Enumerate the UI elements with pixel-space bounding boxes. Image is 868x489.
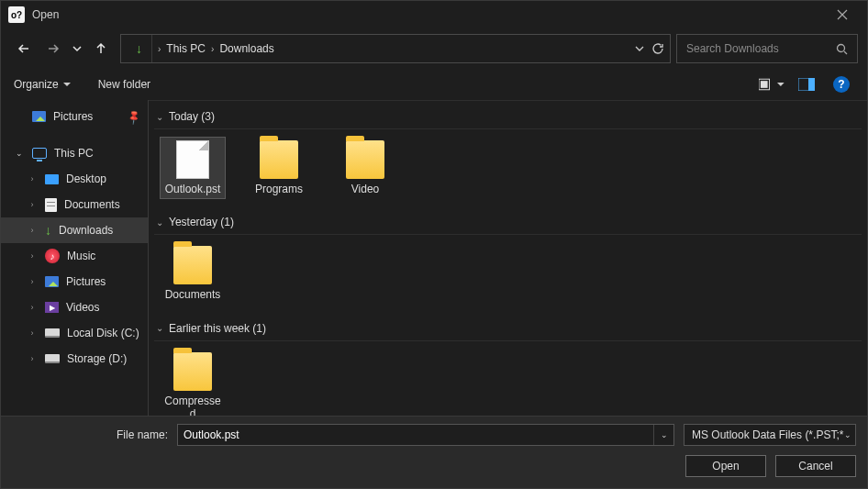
file-item[interactable]: Video [332, 137, 398, 199]
sidebar-item-desktop[interactable]: › Desktop [1, 166, 148, 192]
caret-down-icon [777, 81, 785, 88]
breadcrumb-this-pc[interactable]: This PC [166, 42, 206, 55]
chevron-right-icon: › [27, 174, 38, 183]
svg-rect-2 [761, 81, 768, 88]
sidebar-item-documents[interactable]: › Documents [1, 192, 148, 217]
folder-icon [173, 352, 212, 391]
group-header-yesterday[interactable]: ⌄ Yesterday (1) [154, 212, 862, 235]
titlebar: o? Open [1, 1, 867, 28]
sidebar-this-pc[interactable]: ⌄ This PC [1, 140, 148, 166]
search-box[interactable] [676, 34, 858, 63]
help-button[interactable]: ? [829, 73, 854, 95]
filename-dropdown[interactable]: ⌄ [653, 425, 673, 445]
pin-icon: 📌 [125, 108, 142, 126]
preview-pane-icon [798, 78, 815, 91]
chevron-down-icon: ⌄ [156, 112, 163, 122]
sidebar-item-music[interactable]: › ♪ Music [1, 243, 148, 269]
downloads-icon: ↓ [45, 224, 51, 237]
file-icon [176, 140, 209, 179]
filter-dropdown-icon: ⌄ [844, 430, 851, 439]
chevron-down-icon[interactable] [635, 44, 644, 53]
new-folder-button[interactable]: New folder [98, 78, 150, 91]
desktop-icon [45, 174, 59, 184]
up-button[interactable] [87, 35, 115, 62]
music-icon: ♪ [45, 249, 60, 263]
sidebar: Pictures 📌 ⌄ This PC › Desktop › Documen… [1, 100, 148, 416]
svg-point-0 [838, 44, 845, 51]
toolbar: Organize New folder ? [1, 69, 867, 100]
forward-button[interactable] [39, 35, 67, 62]
view-mode-button[interactable] [759, 73, 785, 95]
pictures-icon [32, 111, 46, 122]
help-icon: ? [833, 76, 850, 93]
arrow-up-icon [95, 42, 107, 55]
group-header-earlier[interactable]: ⌄ Earlier this week (1) [154, 318, 862, 341]
refresh-icon[interactable] [651, 42, 664, 55]
chevron-right-icon: › [27, 200, 38, 209]
sidebar-item-videos[interactable]: › ▶ Videos [1, 295, 148, 320]
chevron-right-icon: › [158, 44, 161, 54]
sidebar-item-downloads[interactable]: › ↓ Downloads [1, 217, 148, 243]
arrow-right-icon [47, 42, 60, 55]
file-item[interactable]: Compressed [160, 349, 226, 416]
chevron-down-icon: ⌄ [156, 217, 163, 228]
preview-pane-button[interactable] [794, 73, 819, 95]
disk-icon [45, 328, 60, 338]
chevron-right-icon: › [27, 277, 38, 286]
chevron-right-icon: › [27, 226, 38, 235]
caret-down-icon [63, 81, 71, 88]
location-icon: ↓ [127, 35, 152, 62]
open-dialog: o? Open ↓ › This PC › Downloads [0, 0, 868, 489]
folder-icon [260, 140, 298, 179]
documents-icon [45, 198, 57, 212]
body: Pictures 📌 ⌄ This PC › Desktop › Documen… [1, 100, 867, 416]
close-button[interactable] [823, 2, 862, 28]
file-item[interactable]: Outlook.pst [160, 137, 226, 199]
chevron-down-icon: ⌄ [156, 323, 163, 333]
videos-icon: ▶ [45, 302, 59, 313]
open-button[interactable]: Open [685, 455, 766, 477]
group-header-today[interactable]: ⌄ Today (3) [154, 106, 862, 129]
folder-icon [173, 246, 212, 284]
chevron-right-icon: › [211, 44, 214, 54]
back-button[interactable] [10, 35, 38, 62]
chevron-right-icon: › [27, 251, 38, 261]
sidebar-item-pictures[interactable]: › Pictures [1, 269, 148, 295]
chevron-down-icon [72, 44, 82, 53]
nav-row: ↓ › This PC › Downloads [1, 28, 867, 69]
address-bar[interactable]: ↓ › This PC › Downloads [120, 34, 671, 63]
file-item[interactable]: Programs [246, 137, 312, 199]
history-dropdown[interactable] [69, 35, 85, 62]
chevron-right-icon: › [27, 328, 38, 338]
sidebar-quick-pictures[interactable]: Pictures 📌 [1, 104, 148, 129]
folder-icon [346, 140, 384, 179]
filename-input[interactable] [178, 428, 653, 441]
search-input[interactable] [686, 42, 829, 55]
filename-combobox[interactable]: ⌄ [177, 424, 674, 446]
chevron-right-icon: › [27, 303, 38, 312]
file-type-filter[interactable]: MS Outlook Data Files (*.PST;*.OST) ⌄ [684, 424, 856, 446]
disk-icon [45, 354, 60, 363]
svg-rect-4 [808, 78, 815, 91]
pictures-icon [45, 276, 59, 287]
arrow-left-icon [17, 42, 30, 55]
thumbnail-view-icon [759, 77, 774, 92]
this-pc-icon [32, 148, 47, 159]
file-item[interactable]: Documents [160, 242, 226, 305]
organize-button[interactable]: Organize [14, 78, 71, 91]
sidebar-item-storage[interactable]: › Storage (D:) [1, 346, 148, 372]
chevron-down-icon: ⌄ [14, 149, 25, 158]
search-icon [836, 43, 848, 55]
cancel-button[interactable]: Cancel [775, 455, 856, 477]
breadcrumb-current[interactable]: Downloads [219, 42, 273, 55]
close-icon [837, 9, 848, 20]
footer: File name: ⌄ MS Outlook Data Files (*.PS… [1, 416, 867, 488]
chevron-right-icon: › [27, 354, 38, 363]
filename-label: File name: [12, 428, 168, 441]
file-pane[interactable]: ⌄ Today (3) Outlook.pst Programs Video [149, 100, 867, 416]
app-icon: o? [8, 6, 25, 23]
window-title: Open [32, 8, 59, 21]
sidebar-item-local-disk[interactable]: › Local Disk (C:) [1, 320, 148, 346]
